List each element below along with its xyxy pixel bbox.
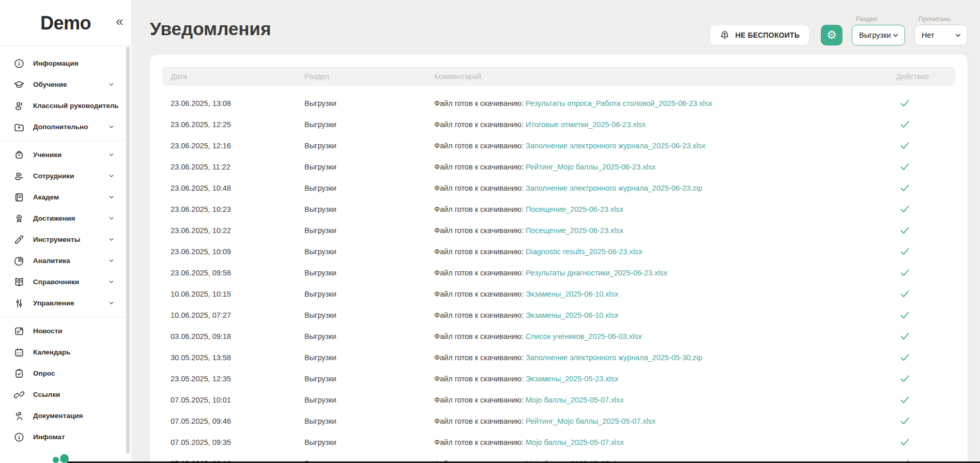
file-link[interactable]: Diagnostic results_2025-06-23.xlsx bbox=[526, 248, 642, 256]
row-comment: Файл готов к скачиванию: Результаты диаг… bbox=[434, 269, 896, 277]
row-date: 03.06.2025, 09:18 bbox=[171, 332, 304, 341]
sidebar-item-academ[interactable]: Академ bbox=[0, 187, 126, 208]
sidebar-item-tools[interactable]: Инструменты bbox=[0, 229, 126, 250]
sidebar-item-info[interactable]: Информация bbox=[0, 53, 126, 74]
sidebar-item-label: Календарь bbox=[33, 348, 71, 356]
row-comment: Файл готов к скачиванию: Mojo баллы_2025… bbox=[434, 396, 896, 404]
check-icon[interactable] bbox=[899, 415, 910, 426]
chevron-down-icon bbox=[108, 194, 115, 200]
sidebar-scrollbar[interactable] bbox=[126, 47, 130, 454]
row-comment: Файл готов к скачиванию: Список учеников… bbox=[434, 332, 896, 341]
sidebar-item-class-teacher[interactable]: Классный руководитель bbox=[0, 95, 126, 116]
row-comment: Файл готов к скачиванию: Результаты опро… bbox=[434, 99, 896, 107]
row-date: 23.06.2025, 10:22 bbox=[171, 226, 304, 235]
row-section: Выгрузки bbox=[304, 142, 434, 150]
brand-logo-dot bbox=[53, 457, 59, 463]
column-header-section: Раздел bbox=[304, 72, 434, 81]
sidebar-item-analytics[interactable]: Аналитика bbox=[0, 250, 126, 271]
table-row: 10.06.2025, 07:27 Выгрузки Файл готов к … bbox=[162, 304, 955, 326]
comment-prefix: Файл готов к скачиванию: bbox=[434, 311, 526, 319]
do-not-disturb-button[interactable]: НЕ БЕСПОКОИТЬ bbox=[710, 25, 809, 45]
file-link[interactable]: Список учеников_2025-06-03.xlsx bbox=[526, 332, 642, 341]
file-link[interactable]: Результаты диагностики_2025-06-23.xlsx bbox=[526, 269, 667, 277]
check-icon[interactable] bbox=[899, 98, 910, 109]
comment-prefix: Файл готов к скачиванию: bbox=[434, 375, 526, 383]
table-row: 23.05.2025, 12:35 Выгрузки Файл готов к … bbox=[162, 368, 955, 389]
row-action bbox=[896, 373, 955, 384]
file-link[interactable]: Рейтинг_Mojo баллы_2025-06-23.xlsx bbox=[526, 163, 655, 171]
sidebar-item-reference[interactable]: Справочники bbox=[0, 271, 126, 292]
check-icon[interactable] bbox=[899, 161, 910, 172]
sidebar-collapse-button[interactable]: « bbox=[116, 14, 123, 28]
check-icon[interactable] bbox=[899, 394, 910, 405]
file-link[interactable]: Итоговые отметки_2025-06-23.xlsx bbox=[526, 120, 646, 129]
row-action bbox=[896, 288, 955, 299]
sidebar-item-links[interactable]: Ссылки bbox=[0, 384, 126, 405]
sidebar-item-achievements[interactable]: Достижения bbox=[0, 208, 126, 229]
row-comment: Файл готов к скачиванию: Итоговые отметк… bbox=[434, 120, 896, 129]
table-row: 23.06.2025, 13:08 Выгрузки Файл готов к … bbox=[162, 92, 955, 114]
reference-icon bbox=[13, 276, 25, 288]
file-link[interactable]: Экзамены_2025-05-23.xlsx bbox=[526, 375, 618, 383]
sidebar-item-survey[interactable]: Опрос bbox=[0, 363, 126, 384]
check-icon[interactable] bbox=[899, 140, 910, 151]
check-icon[interactable] bbox=[899, 267, 910, 278]
divider bbox=[0, 45, 131, 46]
management-icon bbox=[13, 298, 25, 309]
file-link[interactable]: Mojo баллы_2025-05-07.xlsx bbox=[526, 438, 624, 446]
comment-prefix: Файл готов к скачиванию: bbox=[434, 353, 526, 362]
calendar-icon bbox=[13, 347, 25, 358]
row-date: 23.06.2025, 10:09 bbox=[171, 248, 304, 256]
check-icon[interactable] bbox=[899, 310, 910, 320]
file-link[interactable]: Заполнение электронного журнала_2025-06-… bbox=[526, 184, 702, 192]
divider bbox=[0, 141, 126, 141]
links-icon bbox=[13, 389, 25, 400]
sidebar-item-infomat[interactable]: Инфомат bbox=[0, 426, 126, 447]
file-link[interactable]: Заполнение электронного журнала_2025-05-… bbox=[526, 353, 702, 362]
sidebar-item-management[interactable]: Управление bbox=[0, 292, 126, 314]
row-comment: Файл готов к скачиванию: Заполнение элек… bbox=[434, 142, 896, 150]
extra-icon bbox=[13, 121, 25, 133]
check-icon[interactable] bbox=[899, 225, 910, 236]
file-link[interactable]: Посещение_2025-06-23.xlsx bbox=[526, 226, 623, 235]
section-filter-value: Выгрузки bbox=[859, 31, 891, 39]
comment-prefix: Файл готов к скачиванию: bbox=[434, 248, 526, 256]
file-link[interactable]: Mojo баллы_2025-05-07.xlsx bbox=[526, 396, 624, 404]
sidebar-item-education[interactable]: Обучение bbox=[0, 74, 126, 95]
table-row: 23.06.2025, 12:16 Выгрузки Файл готов к … bbox=[162, 135, 955, 156]
sidebar-item-news[interactable]: Новости bbox=[0, 320, 126, 342]
check-icon[interactable] bbox=[899, 373, 910, 384]
check-icon[interactable] bbox=[899, 331, 910, 342]
row-date: 07.05.2025, 09:35 bbox=[171, 438, 304, 446]
file-link[interactable]: Экзамены_2025-06-10.xlsx bbox=[526, 311, 618, 319]
table-row: 23.06.2025, 10:22 Выгрузки Файл готов к … bbox=[162, 220, 955, 241]
check-icon[interactable] bbox=[899, 288, 910, 299]
divider bbox=[0, 317, 126, 317]
sidebar-item-students[interactable]: Ученики bbox=[0, 144, 126, 165]
check-icon[interactable] bbox=[899, 182, 910, 193]
sidebar-item-calendar[interactable]: Календарь bbox=[0, 342, 126, 363]
row-action bbox=[896, 415, 955, 426]
file-link[interactable]: Заполнение электронного журнала_2025-06-… bbox=[526, 142, 706, 150]
file-link[interactable]: Рейтинг_Mojo баллы_2025-05-07.xlsx bbox=[526, 417, 655, 425]
notification-settings-button[interactable]: ⚙ bbox=[821, 25, 843, 45]
file-link[interactable]: Результаты опроса_Работа столовой_2025-0… bbox=[526, 99, 712, 107]
file-link[interactable]: Экзамены_2025-06-10.xlsx bbox=[526, 290, 618, 298]
table-row: 23.06.2025, 10:48 Выгрузки Файл готов к … bbox=[162, 177, 955, 198]
sidebar-item-label: Информация bbox=[33, 59, 79, 67]
sidebar-item-extra[interactable]: Дополнительно bbox=[0, 116, 126, 137]
sidebar-item-staff[interactable]: Сотрудники bbox=[0, 165, 126, 187]
read-filter-select[interactable]: Нет bbox=[914, 25, 968, 45]
check-icon[interactable] bbox=[899, 119, 910, 130]
check-icon[interactable] bbox=[899, 246, 910, 257]
section-filter-select[interactable]: Выгрузки bbox=[852, 25, 905, 45]
file-link[interactable]: Посещение_2025-06-23.xlsx bbox=[526, 205, 623, 213]
sidebar-item-docs[interactable]: Документация bbox=[0, 405, 126, 426]
notifications-card: Дата Раздел Комментарий Действие 23.06.2… bbox=[150, 55, 968, 463]
row-action bbox=[896, 225, 955, 236]
check-icon[interactable] bbox=[899, 352, 910, 363]
check-icon[interactable] bbox=[899, 437, 910, 447]
check-icon[interactable] bbox=[899, 204, 910, 214]
table-row: 07.05.2025, 09:46 Выгрузки Файл готов к … bbox=[162, 410, 955, 431]
sidebar-item-label: Инфомат bbox=[33, 433, 65, 441]
